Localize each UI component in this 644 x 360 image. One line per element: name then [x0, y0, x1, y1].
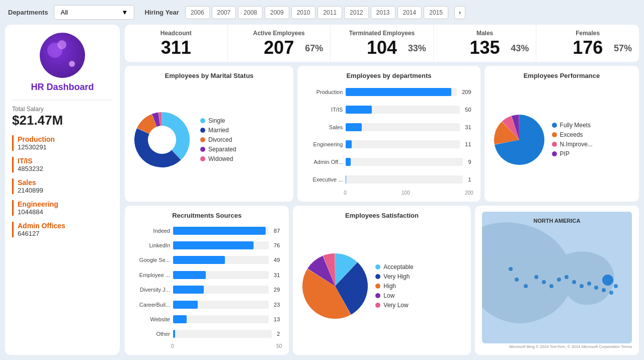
- satisfy-legend-item: High: [375, 283, 413, 290]
- legend-dot: [200, 128, 205, 133]
- dept-axis: 0100200: [304, 190, 473, 196]
- dept-bar-row: Executive ... 1: [306, 175, 471, 184]
- kpi-row: Headcount 311 Active Employees 207 67% T…: [125, 25, 639, 62]
- kpi-females: Females 176 57%: [536, 25, 639, 62]
- axis-label: 100: [401, 190, 410, 196]
- recruit-bar-row: Employee ... 31: [134, 271, 280, 279]
- bar-track: [173, 301, 269, 309]
- bar-track: [346, 175, 463, 184]
- year-pill-2015[interactable]: 2015: [424, 6, 448, 19]
- satisfy-legend-item: Acceptable: [375, 263, 413, 271]
- bar-fill: [173, 256, 225, 264]
- kpi-terminated-title: Terminated Employees: [349, 30, 415, 37]
- recruit-chart-card: Recruitments Sources Indeed 87LinkedIn 7…: [125, 206, 289, 355]
- kpi-terminated-pct: 33%: [408, 43, 426, 54]
- kpi-males: Males 135 43%: [434, 25, 537, 62]
- satisfy-pie: [300, 251, 370, 321]
- dept-item-production[interactable]: Production 12530291: [12, 135, 113, 151]
- perf-pie: [492, 112, 547, 167]
- dept-item-salary: 12530291: [18, 143, 113, 151]
- sidebar: HR Dashboard Total Salary $21.47M Produc…: [5, 25, 120, 355]
- bar-fill: [346, 88, 451, 96]
- year-pill-2014[interactable]: 2014: [397, 6, 422, 19]
- satisfy-legend-item: Very High: [375, 273, 413, 280]
- year-pill-2011[interactable]: 2011: [317, 6, 342, 19]
- perf-legend: Fully Meets Exceeds N.Improve... PIP: [552, 122, 593, 157]
- bar-value: 209: [462, 89, 471, 95]
- bar-label: Indeed: [134, 228, 170, 234]
- dept-item-admin-offices[interactable]: Admin Offices 646127: [12, 222, 113, 237]
- recruit-chart-title: Recruitments Sources: [132, 212, 282, 219]
- axis-label: 200: [465, 190, 473, 196]
- kpi-males-value: 135: [470, 39, 500, 57]
- kpi-active-title: Active Employees: [253, 30, 305, 37]
- salary-section: Total Salary $21.47M: [12, 100, 113, 131]
- bar-value: 49: [274, 257, 280, 263]
- year-pill-2007[interactable]: 2007: [212, 6, 236, 19]
- year-pill-2012[interactable]: 2012: [344, 6, 369, 19]
- year-pill-2010[interactable]: 2010: [291, 6, 316, 19]
- satisfy-chart-title: Employees Satisfaction: [300, 212, 463, 219]
- dept-item-sales[interactable]: Sales 2140899: [12, 178, 113, 194]
- bar-fill: [346, 140, 351, 148]
- dept-item-salary: 4853232: [18, 165, 113, 172]
- bar-track: [173, 256, 269, 264]
- year-pill-2013[interactable]: 2013: [371, 6, 395, 19]
- recruit-bar-row: Other 2: [134, 330, 280, 338]
- legend-dot: [552, 151, 557, 156]
- year-pill-2009[interactable]: 2009: [265, 6, 289, 19]
- dept-bar-row: Production 209: [306, 88, 471, 96]
- bar-label: Google Se...: [134, 257, 170, 263]
- legend-dot: [375, 284, 380, 289]
- legend-label: Fully Meets: [560, 122, 591, 129]
- year-pills-container: 2006200720082009201020112012201320142015: [185, 6, 448, 19]
- dept-item-salary: 2140899: [18, 187, 113, 194]
- satisfy-legend: Acceptable Very High High Low Very Low: [375, 263, 413, 309]
- kpi-females-title: Females: [576, 30, 600, 37]
- dept-item-salary: 1044884: [18, 208, 113, 216]
- bar-track: [173, 315, 269, 323]
- bar-track: [346, 123, 460, 131]
- dept-dropdown[interactable]: All ▼: [54, 5, 134, 20]
- bar-label: LinkedIn: [134, 242, 170, 248]
- bar-value: 29: [274, 287, 280, 293]
- legend-label: N.Improve...: [560, 141, 593, 148]
- satisfy-legend-item: Very Low: [375, 302, 413, 309]
- legend-label: Low: [383, 292, 394, 299]
- marital-donut: [132, 110, 192, 170]
- axis-label: 0: [344, 190, 347, 196]
- bar-fill: [173, 227, 266, 235]
- salary-label: Total Salary: [12, 106, 113, 113]
- year-pill-2006[interactable]: 2006: [185, 6, 210, 19]
- kpi-active: Active Employees 207 67%: [228, 25, 331, 62]
- recruit-bar-chart: Indeed 87LinkedIn 76Google Se... 49Emplo…: [132, 223, 282, 341]
- dept-list: Production 12530291IT/IS 4853232Sales 21…: [12, 135, 113, 347]
- bar-track: [173, 241, 269, 249]
- year-pill-2008[interactable]: 2008: [238, 6, 263, 19]
- legend-dot: [375, 264, 380, 269]
- legend-dot: [200, 156, 205, 161]
- legend-label: Acceptable: [383, 263, 413, 271]
- bar-track: [173, 271, 269, 279]
- dept-bar-row: Sales 31: [306, 123, 471, 131]
- recruit-bar-row: Indeed 87: [134, 227, 280, 235]
- dept-item-it/is[interactable]: IT/IS 4853232: [12, 157, 113, 172]
- top-bar: Departments All ▼ Hiring Year 2006200720…: [0, 0, 644, 25]
- map-card: NORTH AMERICA Microsoft Bing © 2024 TomT…: [475, 206, 639, 355]
- dept-item-name: Sales: [18, 178, 113, 187]
- bar-label: CareerBuil...: [134, 302, 170, 308]
- legend-label: Separated: [208, 146, 236, 153]
- dept-item-engineering[interactable]: Engineering 1044884: [12, 200, 113, 216]
- bottom-row: Recruitments Sources Indeed 87LinkedIn 7…: [125, 206, 639, 355]
- bar-fill: [346, 175, 346, 184]
- axis-label: 50: [276, 343, 282, 349]
- dept-item-salary: 646127: [18, 230, 113, 237]
- legend-label: Exceeds: [560, 131, 583, 138]
- marital-legend-item-widowed: Widowed: [200, 155, 236, 162]
- map-footer: Microsoft Bing © 2024 TomTom, © 2024 Mic…: [482, 344, 632, 349]
- kpi-headcount-value: 311: [161, 39, 191, 57]
- perf-chart-card: Employees Performance Fully Meets Exceed…: [485, 66, 639, 202]
- year-next-button[interactable]: ›: [454, 6, 465, 19]
- marital-body: Single Married Divorced Separated Widowe…: [132, 83, 286, 196]
- bar-track: [346, 88, 457, 96]
